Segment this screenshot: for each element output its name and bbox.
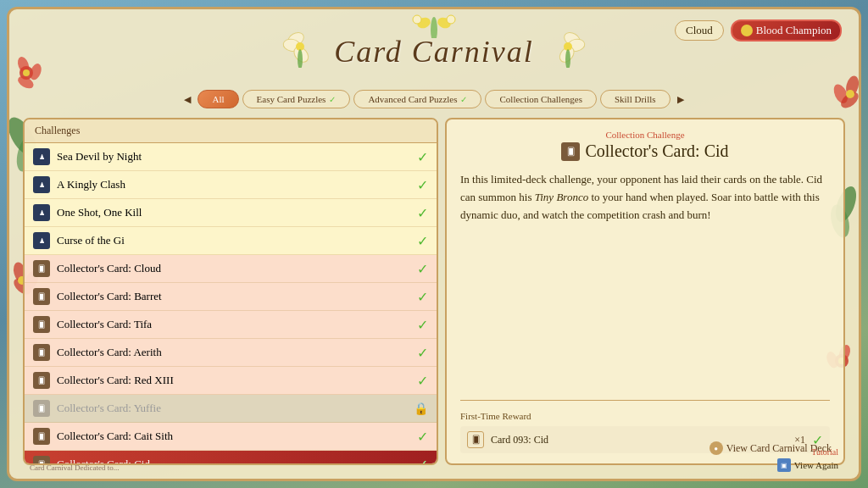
challenge-icon: 🂠 xyxy=(33,400,50,417)
check-icon: ✓ xyxy=(417,289,428,305)
detail-title: Collector's Card: Cid xyxy=(585,141,728,161)
divider xyxy=(460,400,830,401)
challenge-icon: 🂠 xyxy=(33,288,50,305)
challenge-name: Collector's Card: Red XIII xyxy=(57,374,410,387)
title-top-decoration xyxy=(400,13,468,38)
svg-point-24 xyxy=(413,15,421,24)
tutorial-label: Tutorial xyxy=(811,447,838,457)
challenge-icon: 🂠 xyxy=(33,372,50,389)
tab-collection-challenges[interactable]: Collection Challenges xyxy=(485,90,596,108)
tab-easy-card-puzzles[interactable]: Easy Card Puzzles ✓ xyxy=(242,90,351,108)
detail-description: In this limited-deck challenge, your opp… xyxy=(460,171,830,390)
tab-prev-button[interactable]: ◀ xyxy=(179,94,196,105)
challenge-icon: 🂠 xyxy=(33,316,50,333)
challenge-icon: 🂠 xyxy=(33,456,50,463)
challenge-item-selected[interactable]: 🂠 Collector's Card: Cid ✓ xyxy=(25,451,437,463)
check-icon: ✓ xyxy=(417,345,428,361)
challenge-item[interactable]: 🂠 Collector's Card: Tifa ✓ xyxy=(25,311,437,339)
challenge-item-locked[interactable]: 🂠 Collector's Card: Yuffie 🔒 xyxy=(25,395,437,423)
challenge-item[interactable]: 🂠 Collector's Card: Red XIII ✓ xyxy=(25,367,437,395)
svg-point-25 xyxy=(447,15,455,24)
tab-skill-label: Skill Drills xyxy=(615,94,656,104)
reward-label: First-Time Reward xyxy=(460,411,830,421)
challenge-item[interactable]: 🂠 Collector's Card: Aerith ✓ xyxy=(25,339,437,367)
tab-bar: ◀ All Easy Card Puzzles ✓ Advanced Card … xyxy=(9,86,859,113)
challenge-icon: ♟ xyxy=(33,232,50,249)
challenge-item[interactable]: ♟ One Shot, One Kill ✓ xyxy=(25,199,437,227)
content-area: Challenges ♟ Sea Devil by Night ✓ ♟ A Ki… xyxy=(23,118,845,465)
title-right-flower xyxy=(542,25,593,68)
challenge-name: Collector's Card: Tifa xyxy=(57,318,410,331)
title-left-flower xyxy=(275,25,326,68)
check-icon: ✓ xyxy=(417,177,428,193)
challenge-icon: 🂠 xyxy=(33,428,50,445)
dedication-text: Card Carnival Dedicated to... xyxy=(30,463,119,472)
challenge-name: Sea Devil by Night xyxy=(57,150,410,164)
tab-skill-drills[interactable]: Skill Drills xyxy=(600,90,670,108)
main-frame: Card Carnival Cloud Blood Champion ◀ All… xyxy=(7,7,861,481)
challenges-list[interactable]: ♟ Sea Devil by Night ✓ ♟ A Kingly Clash … xyxy=(25,143,437,463)
challenge-item[interactable]: ♟ Sea Devil by Night ✓ xyxy=(25,143,437,171)
page-title: Card Carnival xyxy=(334,34,534,69)
challenge-name: Collector's Card: Cid xyxy=(57,458,410,463)
challenge-name: Collector's Card: Cloud xyxy=(57,262,410,275)
detail-title-icon: 🂠 xyxy=(561,142,580,161)
challenge-name: Collector's Card: Aerith xyxy=(57,346,410,359)
check-icon: ✓ xyxy=(417,261,428,277)
challenge-icon: 🂠 xyxy=(33,344,50,361)
lock-icon: 🔒 xyxy=(414,402,428,416)
check-icon: ✓ xyxy=(417,429,428,445)
check-icon: ✓ xyxy=(417,149,428,165)
tutorial-bar: Tutorial ▣ View Again xyxy=(777,447,838,472)
view-deck-icon: ● xyxy=(709,441,723,455)
challenge-icon: 🂠 xyxy=(33,260,50,277)
check-icon: ✓ xyxy=(417,233,428,249)
tab-all-label: All xyxy=(212,94,224,104)
challenges-panel: Challenges ♟ Sea Devil by Night ✓ ♟ A Ki… xyxy=(23,118,438,465)
challenge-item[interactable]: 🂠 Collector's Card: Cait Sith ✓ xyxy=(25,423,437,451)
challenge-icon: ♟ xyxy=(33,176,50,193)
reward-card-icon: 🂠 xyxy=(467,431,484,448)
rank-icon xyxy=(741,25,753,36)
tutorial-action[interactable]: ▣ View Again xyxy=(777,458,838,472)
dedication-bar: Card Carnival Dedicated to... xyxy=(30,463,119,472)
check-icon: ✓ xyxy=(417,205,428,221)
tutorial-button-icon: ▣ xyxy=(777,458,791,472)
tab-advanced-check: ✓ xyxy=(460,95,467,104)
challenge-name: Collector's Card: Yuffie xyxy=(57,402,407,415)
check-icon: ✓ xyxy=(417,317,428,333)
tab-advanced-label: Advanced Card Puzzles xyxy=(368,94,457,104)
check-icon: ✓ xyxy=(417,373,428,389)
tab-all[interactable]: All xyxy=(198,90,238,108)
player-name: Cloud xyxy=(675,20,724,41)
rank-label: Blood Champion xyxy=(756,24,832,37)
title-area: Card Carnival xyxy=(334,34,534,69)
challenge-item[interactable]: ♟ Curse of the Gi ✓ xyxy=(25,227,437,255)
detail-type: Collection Challenge xyxy=(460,130,830,140)
top-right-info: Cloud Blood Champion xyxy=(675,19,842,42)
challenge-name: Collector's Card: Barret xyxy=(57,290,410,303)
rank-badge: Blood Champion xyxy=(731,19,842,42)
tab-collection-label: Collection Challenges xyxy=(499,94,581,104)
tab-next-button[interactable]: ▶ xyxy=(672,94,689,105)
challenges-header: Challenges xyxy=(25,119,437,143)
check-icon: ✓ xyxy=(417,457,428,464)
challenge-name: Curse of the Gi xyxy=(57,234,410,247)
tab-advanced-card-puzzles[interactable]: Advanced Card Puzzles ✓ xyxy=(353,90,481,108)
tab-easy-label: Easy Card Puzzles xyxy=(257,94,326,104)
challenge-item[interactable]: 🂠 Collector's Card: Cloud ✓ xyxy=(25,255,437,283)
svg-point-21 xyxy=(431,17,437,38)
challenge-name: A Kingly Clash xyxy=(57,178,410,191)
tutorial-action-label: View Again xyxy=(794,460,838,470)
challenge-name: One Shot, One Kill xyxy=(57,206,410,219)
challenge-icon: ♟ xyxy=(33,148,50,165)
detail-panel: Collection Challenge 🂠 Collector's Card:… xyxy=(445,118,845,465)
challenge-item[interactable]: ♟ A Kingly Clash ✓ xyxy=(25,171,437,199)
tab-easy-check: ✓ xyxy=(329,95,336,104)
challenge-icon: ♟ xyxy=(33,204,50,221)
challenge-item[interactable]: 🂠 Collector's Card: Barret ✓ xyxy=(25,283,437,311)
challenge-name: Collector's Card: Cait Sith xyxy=(57,430,410,443)
detail-title-row: 🂠 Collector's Card: Cid xyxy=(460,141,830,161)
